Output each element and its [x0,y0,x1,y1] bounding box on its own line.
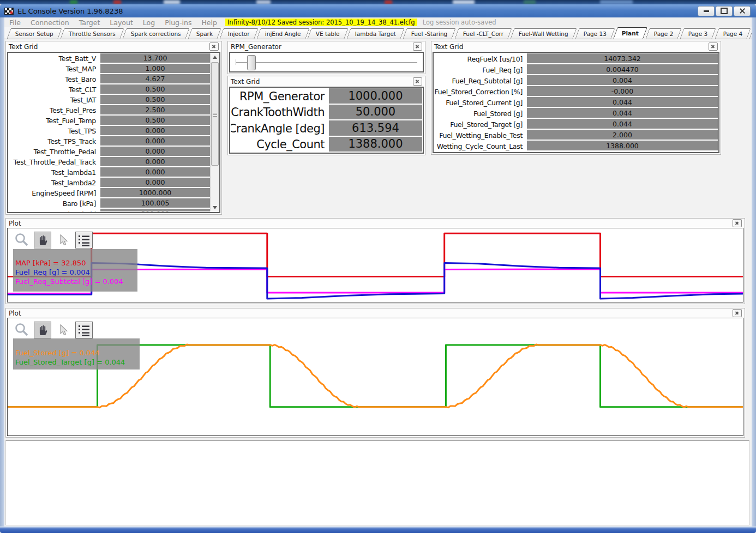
menu-item[interactable]: Help [196,19,222,27]
tab-label: lambda Target [355,31,396,37]
grid-row-value: 2.000 [527,130,718,141]
tab[interactable]: Spark [188,28,221,39]
menu-item[interactable]: File [4,19,26,27]
tab[interactable]: Fuel -Staring [403,28,456,39]
tab[interactable]: Sensor Setup [7,28,62,39]
grid-row: Fuel_Req_Subtotal [g] 0.004 [434,75,718,86]
menu-item[interactable]: Layout [105,19,138,27]
tab[interactable]: VE table [308,28,349,39]
grid-row-label: Fuel_Stored_Target [g] [434,119,527,130]
grid-row: Test_IAT 0.500 [9,95,210,105]
grid-row: Baro [kPa] 100.005 [9,198,210,209]
maximize-button[interactable] [716,6,733,16]
window-border-bottom [0,526,756,533]
scrollbar-thumb[interactable] [211,62,219,166]
menu-item[interactable]: Connection [26,19,74,27]
tab[interactable]: injEnd Angle [256,28,309,39]
grid-row-label: Test_Throttle_Pedal [9,147,100,157]
tab[interactable]: Page 13 [575,28,615,39]
plot-area[interactable]: Fuel_Stored [g] = 0.044Fuel_Stored_Targe… [7,318,743,436]
screen: EL Console Version 1.96.8238 FileConnect… [0,0,756,533]
rpm-slider[interactable] [230,53,423,71]
close-button[interactable] [734,6,751,16]
tabs: Sensor Setup Throttle Sensors Spark corr… [9,27,756,39]
menu-item[interactable]: Plug-ins [160,19,196,27]
panel-close-button[interactable] [709,43,718,51]
grid-row-value: 50.000 [329,105,422,121]
pan-hand-tool-icon[interactable] [34,232,51,249]
tab[interactable]: Page 2 [645,28,681,39]
grid-row-value: 0.000 [100,126,210,136]
grid-row: ReqFuelX [us/10] 14073.342 [434,53,718,64]
tab[interactable]: Injector [219,28,258,39]
empty-workspace-area [5,440,749,525]
grid-row: CrankAngle [deg] 613.594 [231,120,422,137]
plot-legend-entry: MAP [kPa] = 32.850 [15,259,86,267]
tab-label: Spark corrections [131,31,181,37]
grid-row-value: 0.000 [100,147,210,157]
plot-canvas-fuel-stored[interactable]: Fuel_Stored [g] = 0.044Fuel_Stored_Targe… [8,318,743,435]
grid-row-label: Fuel_Wetting_Enable_Test [434,130,527,141]
grid-row-value: 0.004 [527,75,718,86]
legend-list-tool-icon[interactable] [75,322,93,338]
plot-area[interactable]: MAP [kPa] = 32.850Fuel_Req [g] = 0.004Fu… [7,228,743,302]
cursor-tool-icon[interactable] [55,232,72,249]
tab[interactable]: Fuel-Wall Wetting [510,28,577,39]
tab[interactable]: Page 3 [680,28,716,39]
grid-row-label: Cycle_Count [231,137,329,153]
tab[interactable]: Fuel -CLT_Corr [454,28,512,39]
panel-title: Plot [9,310,21,317]
grid-row-label: EngineSpeed [RPM] [9,188,100,198]
title-bar[interactable]: EL Console Version 1.96.8238 [0,4,756,18]
tab[interactable]: Plant [613,27,647,39]
tab[interactable]: Spark corrections [122,28,189,39]
desktop-background-strip [0,0,756,4]
grid-row-label: CrankAngle [deg] [231,120,329,137]
tab-label: Fuel -CLT_Corr [463,31,503,37]
menu-item[interactable]: Log [138,19,160,27]
pan-hand-tool-icon[interactable] [34,322,51,338]
panel-text-grid-fuel: Text Grid ReqFuelX [us/10] 14073.342 Fue… [431,41,721,155]
grid-row-label: Test_IAT [9,95,100,105]
grid-row-value: 100.005 [100,198,210,209]
grid-row-value: 1388.000 [527,141,718,152]
grid-row-label: Test_MAP [9,64,100,74]
tab-label: Fuel -Staring [411,31,447,37]
slider-thumb[interactable] [247,55,256,70]
grid-row-label: Test_lambda1 [9,167,100,178]
minimize-button[interactable] [698,6,715,16]
autosave-note: Log session auto-saved [423,19,496,26]
plot-legend-entry: Fuel_Req_Subtotal [g] = 0.004 [15,277,123,286]
grid-row: Test_Throttle_Pedal_Track 0.000 [9,157,210,167]
tab[interactable]: lambda Target [347,28,405,39]
grid-row-value: 4.627 [100,74,210,84]
panel-close-button[interactable] [733,219,742,227]
legend-list-tool-icon[interactable] [75,232,93,249]
cursor-tool-icon[interactable] [55,322,72,338]
panel-close-button[interactable] [733,309,742,317]
scroll-down-icon[interactable] [211,204,219,211]
plot-canvas-map-fuelreq[interactable]: MAP [kPa] = 32.850Fuel_Req [g] = 0.004Fu… [8,228,743,302]
grid-row: Fuel_Stored_Current [g] 0.044 [434,97,718,108]
zoom-tool-icon[interactable] [13,322,31,338]
tab[interactable]: Page 4 [715,28,751,39]
panel-text-grid-crank: Text Grid RPM_Generator 1000.000 CrankTo… [227,76,425,155]
zoom-tool-icon[interactable] [13,232,31,249]
panel-close-button[interactable] [209,43,219,51]
slider-track[interactable] [236,62,417,63]
tab-label: injEnd Angle [265,31,301,37]
plot-legend-entry: Fuel_Req [g] = 0.004 [15,268,90,276]
tab-label: Fuel-Wall Wetting [519,31,568,37]
grid-row-label: Test_Baro [9,74,100,84]
tab[interactable]: Throttle Sensors [60,28,124,39]
grid-row: Test_CLT 0.500 [9,84,210,95]
menu-item[interactable]: Target [74,19,105,27]
panel-close-button[interactable] [413,43,422,51]
grid-row: Test_lambda2 0.000 [9,178,210,188]
crank-grid: RPM_Generator 1000.000 CrankToothWidth 5… [231,88,422,152]
app-icon [4,8,14,15]
scrollbar-vertical[interactable] [210,53,219,211]
scroll-up-icon[interactable] [211,53,219,61]
grid-row: RPM_Generator 1000.000 [231,88,422,105]
panel-close-button[interactable] [413,77,422,86]
